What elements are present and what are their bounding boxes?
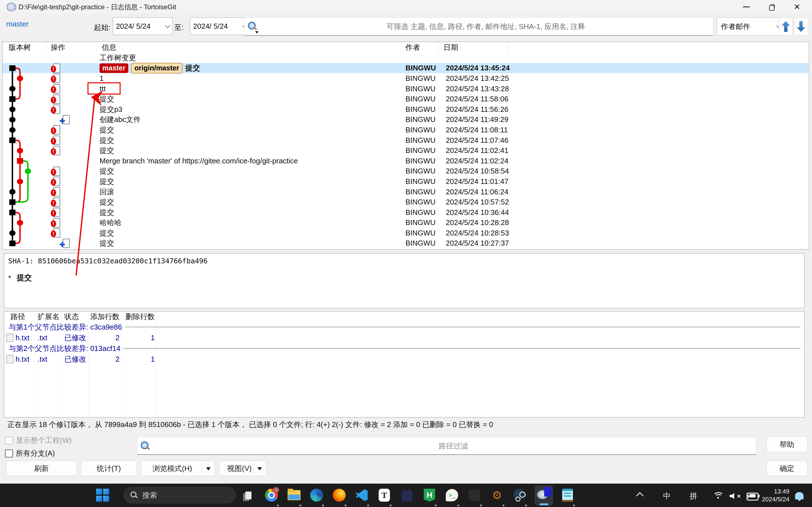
ime-lang-indicator[interactable]: 中 — [663, 491, 671, 501]
action-modified-icon: ! — [50, 125, 60, 135]
commit-row[interactable]: !提交BINGWU2024/5/24 11:58:06 — [3, 94, 809, 104]
chrome-icon[interactable] — [264, 488, 278, 502]
file-column-deleted[interactable]: 删除行数 — [121, 312, 156, 322]
file-column-ext[interactable]: 扩展名 — [35, 312, 61, 322]
action-modified-icon: ! — [50, 63, 60, 73]
to-date-picker[interactable]: 2024/ 5/24 — [190, 17, 250, 35]
column-header-message[interactable]: 信息 — [97, 42, 401, 53]
file-rows: 与第1个父节点比较差异: c3ca9e86h.txt.txt已修改21与第2个父… — [4, 322, 804, 364]
taskbar-search[interactable]: 搜索 — [123, 487, 236, 503]
running-dot — [299, 504, 301, 506]
commit-date: 2024/5/24 10:57:52 — [444, 198, 515, 207]
commit-author: BINGWU — [403, 146, 444, 155]
terminal-chat-icon[interactable]: >_ — [445, 488, 459, 502]
task-view-button[interactable] — [240, 488, 254, 502]
clock[interactable]: 13:49 2024/5/24 — [758, 488, 790, 503]
file-row[interactable]: h.txt.txt已修改21 — [4, 332, 804, 343]
restore-button[interactable] — [762, 0, 781, 13]
help-button[interactable]: 帮助 — [766, 437, 808, 452]
commit-row[interactable]: 提交BINGWU2024/5/24 10:27:37 — [3, 238, 809, 249]
search-icon[interactable] — [248, 22, 256, 30]
close-icon: ✕ — [794, 2, 800, 11]
file-ext: .txt — [35, 334, 61, 342]
steam-icon[interactable] — [513, 488, 527, 502]
wifi-icon[interactable] — [713, 492, 724, 499]
commit-row[interactable]: !提交p3BINGWU2024/5/24 11:56:26 — [3, 104, 809, 115]
commit-row[interactable]: !masterorigin/master提交BINGWU2024/5/24 13… — [3, 63, 809, 73]
dropdown-arrow-icon[interactable] — [206, 467, 211, 470]
filter-type-select[interactable]: 作者邮件 — [717, 17, 785, 36]
diff-group-row[interactable]: 与第1个父节点比较差异: c3ca9e86 — [4, 322, 804, 332]
edge-icon[interactable] — [310, 488, 324, 502]
column-header-actions[interactable]: 操作 — [46, 42, 97, 53]
ref-badge-master: master — [100, 63, 128, 73]
ime-pinyin-indicator[interactable]: 拼 — [690, 491, 697, 501]
working-tree-row[interactable]: 工作树变更 — [3, 53, 809, 63]
tray-date: 2024/5/24 — [758, 496, 790, 503]
commit-row[interactable]: !提交BINGWU2024/5/24 10:58:54 — [3, 166, 809, 177]
notepad-icon[interactable] — [560, 488, 574, 502]
column-header-author[interactable]: 作者 — [401, 42, 439, 53]
refresh-button[interactable]: 刷新 — [6, 461, 77, 476]
commit-row[interactable]: !tttBINGWU2024/5/24 13:43:28 — [3, 83, 809, 94]
commit-author: BINGWU — [403, 126, 444, 134]
volume-muted-icon[interactable]: × — [730, 492, 742, 500]
commit-detail-panel[interactable]: SHA-1: 8510606bea531c032ead03200c1f13476… — [4, 253, 805, 308]
statistics-button[interactable]: 统计(T) — [81, 461, 137, 476]
commit-date: 2024/5/24 11:56:26 — [444, 105, 515, 114]
log-filter-input[interactable] — [259, 18, 713, 35]
navigate-up-button[interactable] — [779, 17, 793, 36]
taskbar: 搜索 T H >_ ⚙ 中 拼 — [0, 484, 812, 507]
file-explorer-icon[interactable] — [287, 488, 301, 502]
close-button[interactable]: ✕ — [787, 0, 807, 13]
file-column-path[interactable]: 路径 — [4, 312, 35, 322]
log-filter-box — [244, 17, 713, 36]
branch-link[interactable]: master — [6, 20, 29, 29]
commit-row[interactable]: !哈哈哈BINGWU2024/5/24 10:28:28 — [3, 218, 809, 228]
commit-row[interactable]: !提交BINGWU2024/5/24 10:28:53 — [3, 228, 809, 238]
column-header-graph[interactable]: 版本树 — [3, 42, 46, 53]
arrow-up-icon — [781, 21, 790, 32]
file-row[interactable]: h.txt.txt已修改21 — [4, 354, 804, 364]
all-branches-checkbox[interactable]: 所有分支(A) — [5, 448, 55, 458]
checkbox-icon — [5, 450, 13, 457]
view-button[interactable]: 视图(V) — [219, 461, 266, 476]
commit-row[interactable]: 创建abc文件BINGWU2024/5/24 11:49:29 — [3, 115, 809, 125]
commit-row[interactable]: !提交BINGWU2024/5/24 10:57:52 — [3, 197, 809, 207]
titlebar: D:\File\git-test\p2\git-practice - 日志信息 … — [0, 0, 812, 13]
commit-row[interactable]: !回滚BINGWU2024/5/24 11:06:24 — [3, 187, 809, 197]
commit-row[interactable]: !提交BINGWU2024/5/24 11:02:41 — [3, 145, 809, 156]
firefox-icon[interactable] — [332, 488, 346, 502]
dark-app-icon[interactable] — [467, 488, 481, 502]
navigate-down-button[interactable] — [794, 17, 808, 36]
start-button[interactable] — [96, 489, 109, 502]
cat-app-icon[interactable] — [400, 488, 414, 502]
path-filter-input[interactable] — [151, 438, 756, 454]
file-column-status[interactable]: 状态 — [61, 312, 89, 322]
browse-mode-button[interactable]: 浏览模式(H) — [141, 461, 215, 476]
ok-button[interactable]: 确定 — [766, 461, 808, 476]
vscode-icon[interactable] — [355, 488, 369, 502]
hbuilder-icon[interactable]: H — [422, 488, 437, 502]
from-date-picker[interactable]: 2024/ 5/24 — [113, 17, 172, 35]
show-whole-project-checkbox[interactable]: 显示整个工程(W) — [5, 436, 71, 445]
commit-row[interactable]: !提交BINGWU2024/5/24 11:08:11 — [3, 125, 809, 135]
tortoisegit-taskbar-icon[interactable] — [535, 485, 553, 506]
commit-row[interactable]: !提交BINGWU2024/5/24 10:36:44 — [3, 207, 809, 218]
dropdown-arrow-icon[interactable] — [257, 467, 262, 470]
commit-row[interactable]: !提交BINGWU2024/5/24 11:01:47 — [3, 176, 809, 187]
commit-row[interactable]: !提交BINGWU2024/5/24 11:07:46 — [3, 135, 809, 146]
commit-row[interactable]: Merge branch 'master' of https://gitee.c… — [3, 156, 809, 166]
commit-date: 2024/5/24 10:36:44 — [444, 208, 515, 217]
column-header-date[interactable]: 日期 — [439, 42, 508, 53]
file-column-added[interactable]: 添加行数 — [89, 312, 121, 322]
settings-tool-icon[interactable]: ⚙ — [490, 488, 504, 502]
tray-chevron-up-icon[interactable] — [636, 492, 644, 500]
working-tree-label: 工作树变更 — [97, 53, 403, 63]
commit-row[interactable]: !1BINGWU2024/5/24 13:42:25 — [3, 73, 809, 83]
diff-group-row[interactable]: 与第2个父节点比较差异: 013acf14 — [4, 343, 804, 354]
typora-icon[interactable]: T — [377, 488, 391, 502]
notification-bell-icon[interactable] — [795, 492, 804, 499]
minimize-button[interactable] — [737, 0, 756, 13]
window-overlay-icon — [544, 487, 552, 497]
